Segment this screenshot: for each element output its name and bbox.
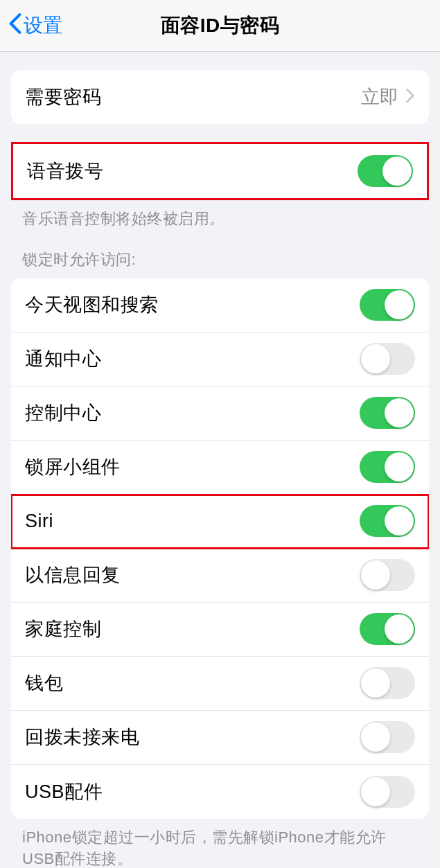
row-label: 回拨未接来电 [25,725,139,750]
row-require-passcode[interactable]: 需要密码 立即 [11,70,429,124]
row-allow-item: Siri [11,495,429,549]
content: 需要密码 立即 语音拨号 音乐语音控制将始终被启用。 锁定时允许访问: 今天视图… [0,70,440,868]
row-label: 以信息回复 [25,563,121,587]
row-label: 钱包 [25,671,63,696]
row-allow-item: 钱包 [11,657,429,711]
row-allow-item: 今天视图和搜索 [11,278,429,333]
group-voice-dial: 语音拨号 [11,142,429,200]
footer-allow-when-locked: iPhone锁定超过一小时后，需先解锁iPhone才能允许USB配件连接。 [0,819,440,868]
row-allow-item: 以信息回复 [11,549,429,603]
toggle-allow-item[interactable] [360,721,415,753]
row-label: 家庭控制 [25,617,101,641]
navbar: 设置 面容ID与密码 [0,0,440,52]
row-voice-dial: 语音拨号 [13,144,427,198]
row-allow-item: USB配件 [11,765,429,819]
toggle-allow-item[interactable] [360,559,415,591]
row-label: 控制中心 [25,400,101,425]
row-label: Siri [25,511,53,532]
back-label: 设置 [24,12,62,39]
toggle-allow-item[interactable] [360,397,415,429]
toggle-allow-item[interactable] [360,776,415,808]
row-allow-item: 通知中心 [11,333,429,387]
chevron-left-icon [8,12,22,39]
toggle-allow-item[interactable] [360,451,415,483]
row-allow-item: 回拨未接来电 [11,711,429,765]
page-title: 面容ID与密码 [161,12,280,39]
group-require-passcode: 需要密码 立即 [11,70,429,124]
toggle-allow-item[interactable] [360,505,415,537]
row-label: 需要密码 [25,85,101,109]
footer-voice-dial: 音乐语音控制将始终被启用。 [0,200,440,230]
row-allow-item: 锁屏小组件 [11,441,429,495]
section-header-allow-when-locked: 锁定时允许访问: [0,230,440,274]
group-allow-when-locked: 今天视图和搜索通知中心控制中心锁屏小组件Siri以信息回复家庭控制钱包回拨未接来… [11,278,429,819]
row-value: 立即 [361,85,398,109]
toggle-allow-item[interactable] [360,343,415,375]
row-label: 今天视图和搜索 [25,292,159,317]
row-label: USB配件 [25,779,103,804]
chevron-right-icon [405,88,415,106]
row-label: 通知中心 [25,346,101,371]
back-button[interactable]: 设置 [0,12,62,39]
toggle-allow-item[interactable] [360,613,415,645]
row-label: 语音拨号 [27,159,103,184]
toggle-allow-item[interactable] [360,667,415,699]
toggle-voice-dial[interactable] [358,155,413,187]
row-allow-item: 家庭控制 [11,603,429,657]
row-allow-item: 控制中心 [11,387,429,441]
toggle-allow-item[interactable] [360,289,415,321]
row-label: 锁屏小组件 [25,454,121,479]
